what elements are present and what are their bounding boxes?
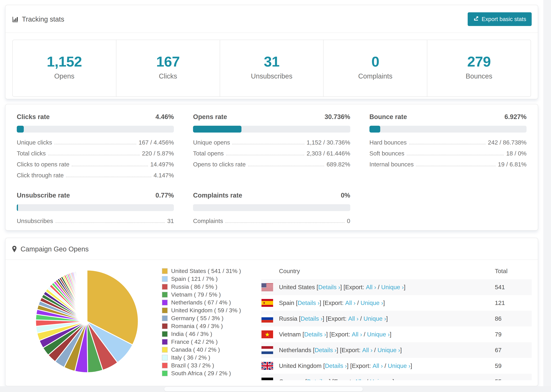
dotted-leader bbox=[48, 155, 140, 155]
details-link[interactable]: Details › bbox=[307, 378, 329, 380]
rate-block: Complaints rate0%Complaints0 bbox=[193, 192, 350, 226]
legend-label: Russia ( 86 / 5% ) bbox=[171, 283, 217, 290]
details-link[interactable]: Details › bbox=[301, 315, 323, 322]
horizontal-scrollbar-thumb[interactable] bbox=[164, 387, 363, 391]
separator-text: / bbox=[356, 300, 360, 306]
tracking-stats-card: Tracking stats Export basic stats 1,152O… bbox=[5, 5, 538, 99]
rate-header: Opens rate30.736% bbox=[193, 113, 350, 121]
rate-row-value: 220 / 5.87% bbox=[142, 150, 174, 157]
bracket-text: ] [Export: bbox=[340, 284, 366, 291]
country-name: Vietnam bbox=[279, 331, 303, 338]
export-unique-link[interactable]: Unique › bbox=[381, 284, 404, 291]
legend-swatch bbox=[162, 363, 168, 368]
country-name: Netherlands bbox=[279, 347, 313, 354]
export-unique-link[interactable]: Unique › bbox=[360, 300, 383, 306]
progress-bar-fill bbox=[369, 126, 380, 133]
flag-nl-icon bbox=[261, 346, 273, 354]
export-unique-link[interactable]: Unique › bbox=[377, 347, 400, 354]
stat-label: Clicks bbox=[116, 72, 220, 80]
stat-label: Bounces bbox=[427, 72, 531, 80]
column-header-country: Country bbox=[261, 268, 495, 274]
progress-bar bbox=[17, 204, 174, 211]
legend-label: Netherlands ( 67 / 4% ) bbox=[171, 299, 231, 306]
rate-value: 4.46% bbox=[155, 113, 174, 121]
export-all-link[interactable]: All › bbox=[354, 378, 365, 380]
legend-item: India ( 46 / 3% ) bbox=[162, 331, 241, 337]
rate-row-label: Hard bounces bbox=[369, 139, 407, 146]
rate-title: Bounce rate bbox=[369, 113, 407, 121]
legend-swatch bbox=[162, 300, 168, 305]
stat-value: 167 bbox=[116, 53, 220, 70]
legend-swatch bbox=[162, 276, 168, 282]
bar-chart-icon bbox=[12, 16, 19, 23]
horizontal-scrollbar-track[interactable] bbox=[0, 386, 551, 392]
export-unique-link[interactable]: Unique › bbox=[367, 331, 390, 338]
legend-swatch bbox=[162, 323, 168, 329]
details-link[interactable]: Details › bbox=[325, 362, 347, 369]
bracket-text: ] bbox=[393, 378, 394, 380]
details-link[interactable]: Details › bbox=[297, 300, 319, 306]
export-all-link[interactable]: All › bbox=[373, 362, 383, 369]
legend-swatch bbox=[162, 315, 168, 321]
export-all-link[interactable]: All › bbox=[366, 284, 376, 291]
legend-swatch bbox=[162, 331, 168, 337]
rate-row-label: Clicks to opens rate bbox=[17, 161, 69, 168]
progress-bar-fill bbox=[193, 126, 241, 133]
bracket-text: [ bbox=[303, 331, 304, 338]
dotted-leader bbox=[66, 177, 151, 177]
table-cell-total: 79 bbox=[495, 331, 532, 338]
rate-row: Unsubscribes31 bbox=[17, 216, 174, 226]
table-row: Spain [Details ›] [Export: All › / Uniqu… bbox=[261, 295, 532, 311]
export-all-link[interactable]: All › bbox=[345, 300, 355, 306]
export-unique-link[interactable]: Unique › bbox=[388, 362, 410, 369]
export-unique-link[interactable]: Unique › bbox=[363, 315, 386, 322]
dotted-leader bbox=[72, 166, 148, 166]
export-all-link[interactable]: All › bbox=[362, 347, 373, 354]
summary-stat-cell: 279Bounces bbox=[427, 40, 531, 97]
legend-label: Canada ( 40 / 2% ) bbox=[171, 346, 220, 353]
table-cell-country: United Kingdom [Details ›] [Export: All … bbox=[279, 362, 495, 369]
export-all-link[interactable]: All › bbox=[352, 331, 362, 338]
table-row: United Kingdom [Details ›] [Export: All … bbox=[261, 358, 532, 374]
flag-es-icon bbox=[261, 299, 273, 307]
separator-text: / bbox=[383, 362, 388, 369]
rate-row-value: 689.82% bbox=[326, 161, 350, 168]
bracket-text: ] bbox=[400, 347, 402, 354]
rate-row: Unique opens1,152 / 30.736% bbox=[193, 137, 350, 148]
legend-item: United Kingdom ( 59 / 3% ) bbox=[162, 307, 241, 314]
summary-stat-cell: 31Unsubscribes bbox=[220, 40, 324, 97]
export-icon bbox=[473, 15, 479, 23]
rates-grid: Clicks rate4.46%Unique clicks167 / 4.456… bbox=[17, 113, 527, 226]
progress-bar bbox=[193, 126, 350, 133]
rate-header: Unsubscribe rate0.77% bbox=[17, 192, 174, 199]
rate-row-value: 167 / 4.456% bbox=[139, 139, 174, 146]
legend-item: France ( 42 / 2% ) bbox=[162, 338, 241, 345]
legend-label: India ( 46 / 3% ) bbox=[171, 331, 212, 337]
vertical-scrollbar-track[interactable] bbox=[543, 0, 551, 392]
stat-value: 1,152 bbox=[13, 53, 116, 70]
country-name: Germany bbox=[279, 378, 305, 380]
separator-text: / bbox=[365, 378, 370, 380]
rate-row-label: Internal bounces bbox=[369, 161, 414, 168]
table-cell-total: 55 bbox=[495, 378, 532, 380]
tracking-stats-title: Tracking stats bbox=[12, 15, 64, 23]
export-all-link[interactable]: All › bbox=[348, 315, 359, 322]
rate-rows: Unique clicks167 / 4.456%Total clicks220… bbox=[17, 137, 174, 181]
page-content: Tracking stats Export basic stats 1,152O… bbox=[0, 0, 543, 386]
details-link[interactable]: Details › bbox=[304, 331, 326, 338]
details-link[interactable]: Details › bbox=[315, 347, 336, 354]
column-header-total: Total bbox=[495, 268, 532, 274]
export-basic-stats-button[interactable]: Export basic stats bbox=[468, 12, 532, 26]
separator-text: / bbox=[362, 331, 367, 338]
rate-row-value: 14.497% bbox=[150, 161, 174, 168]
table-cell-country: United States [Details ›] [Export: All ›… bbox=[279, 284, 495, 291]
rate-row-value: 1,152 / 30.736% bbox=[307, 139, 350, 146]
legend-item: Netherlands ( 67 / 4% ) bbox=[162, 299, 241, 306]
dotted-leader bbox=[54, 144, 136, 144]
export-unique-link[interactable]: Unique › bbox=[370, 378, 392, 380]
details-link[interactable]: Details › bbox=[318, 284, 340, 291]
legend-item: Romania ( 49 / 3% ) bbox=[162, 323, 241, 329]
rate-row-label: Unique clicks bbox=[17, 139, 52, 146]
rate-row-label: Unique opens bbox=[193, 139, 230, 146]
summary-stat-cell: 0Complaints bbox=[324, 40, 427, 97]
